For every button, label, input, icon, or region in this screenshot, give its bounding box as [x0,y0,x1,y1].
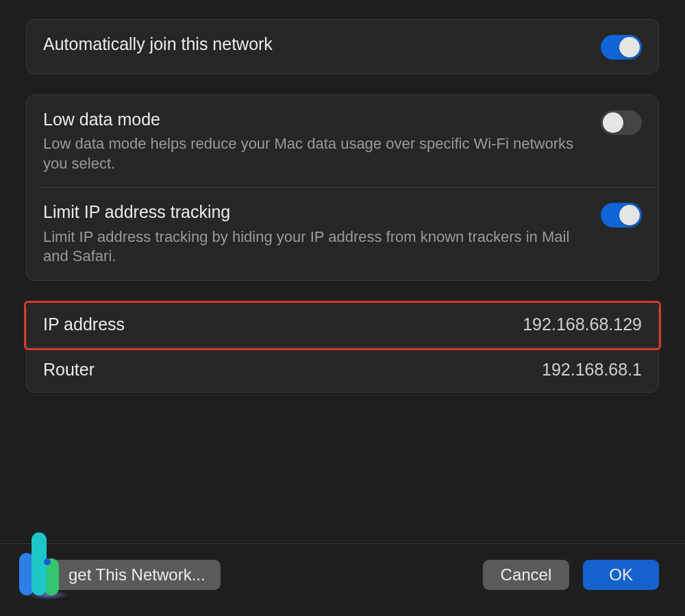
auto-join-title: Automatically join this network [43,34,587,55]
footer-right: Cancel OK [483,560,659,590]
auto-join-row: Automatically join this network [27,20,658,73]
network-info-group: IP address 192.168.68.129 Router 192.168… [26,301,659,393]
toggle-knob [603,112,623,133]
ip-address-value: 192.168.68.129 [523,315,642,334]
footer-bar: get This Network... Cancel OK [0,544,685,616]
settings-panel: Automatically join this network Low data… [0,0,685,393]
router-row: Router 192.168.68.1 [27,347,658,392]
row-text: Automatically join this network [43,34,587,55]
router-value: 192.168.68.1 [542,360,642,380]
limit-ip-desc: Limit IP address tracking by hiding your… [43,227,587,267]
privacy-group: Low data mode Low data mode helps reduce… [26,95,659,281]
cancel-label: Cancel [501,565,552,584]
forget-network-button[interactable]: get This Network... [26,560,221,590]
ok-label: OK [609,565,633,584]
low-data-title: Low data mode [43,109,587,130]
ok-button[interactable]: OK [583,560,659,590]
auto-join-toggle[interactable] [601,35,642,60]
row-text: Low data mode Low data mode helps reduce… [43,109,587,173]
forget-network-label: get This Network... [68,565,206,584]
auto-join-group: Automatically join this network [26,19,659,74]
low-data-toggle[interactable] [601,110,642,135]
footer-left: get This Network... [26,560,221,590]
limit-ip-toggle[interactable] [601,203,642,227]
limit-ip-row: Limit IP address tracking Limit IP addre… [40,187,658,280]
overlay-shadow [27,590,68,600]
low-data-row: Low data mode Low data mode helps reduce… [27,95,658,187]
low-data-desc: Low data mode helps reduce your Mac data… [43,134,587,173]
toggle-knob [619,37,640,58]
cancel-button[interactable]: Cancel [483,560,570,590]
ip-address-row: IP address 192.168.68.129 [27,302,658,347]
row-text: Limit IP address tracking Limit IP addre… [43,201,587,266]
ip-address-label: IP address [43,315,125,334]
limit-ip-title: Limit IP address tracking [43,201,587,223]
router-label: Router [43,360,95,380]
